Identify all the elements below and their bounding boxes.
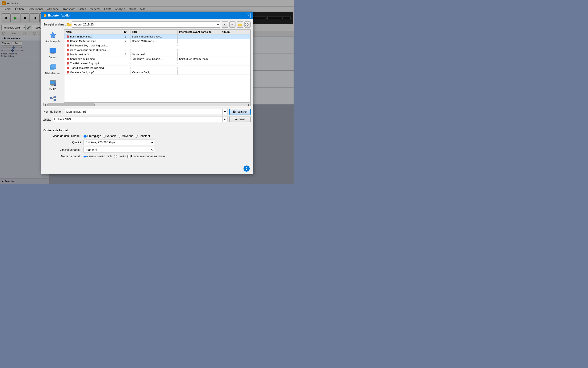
col-header-album: Album: [220, 30, 250, 34]
save-button[interactable]: Enregistrer: [229, 109, 251, 115]
file-name-text: Fair Haired Boy - Morning Lark ...: [70, 44, 109, 47]
browser-sidebar: Accès rapide Bureau: [43, 29, 62, 102]
file-artists-cell: [178, 72, 220, 73]
file-album-cell: [220, 40, 250, 42]
file-list-row-6[interactable]: The Fair Haired Boy.mp3: [64, 61, 250, 66]
radio-preglage-input[interactable]: [84, 135, 87, 138]
type-select-area: ▼: [53, 116, 228, 122]
bitrate-label: Mode de débit binaire :: [43, 134, 81, 138]
reseau-icon: [49, 94, 57, 103]
file-num-cell: 2: [121, 39, 131, 43]
scroll-right-btn[interactable]: ▶: [247, 103, 250, 106]
speed-row: Vitesse variable : Standard: [43, 147, 251, 153]
checkbox-mono-input[interactable]: [127, 155, 131, 158]
ce-pc-label: Ce PC: [49, 88, 57, 91]
dialog-overlay: A Exporter l'audio ✕ Enregistrer dans : …: [0, 0, 294, 184]
radio-moyenne-label: Moyenne: [122, 134, 133, 138]
file-icon-dot: [67, 58, 69, 60]
radio-stereo-joints[interactable]: canaux stéréo joints: [84, 155, 113, 158]
file-name-text: The Fair Haired Boy.mp3: [70, 62, 99, 65]
file-list-row-2[interactable]: Fair Haired Boy - Morning Lark ...: [64, 43, 250, 48]
quick-access-icon: [49, 30, 57, 39]
radio-variable[interactable]: Variable: [103, 134, 117, 138]
radio-moyenne[interactable]: Moyenne: [118, 134, 133, 138]
speed-label: Vitesse variable :: [43, 148, 81, 152]
radio-moyenne-input[interactable]: [118, 135, 121, 138]
cancel-button[interactable]: Annuler: [229, 116, 251, 122]
type-dropdown-btn[interactable]: ▼: [222, 116, 228, 122]
bibliotheques-icon: [49, 63, 57, 71]
dialog-body: Enregistrer dans : Approf 2019-20: [41, 19, 253, 162]
file-list[interactable]: Nom N° Titre Interprètes ayant participé…: [64, 29, 251, 102]
file-list-row-7[interactable]: Transitions entre les jigs.mp3: [64, 66, 250, 70]
channel-controls: canaux stéréo joints Stéréo Forcer à exp…: [84, 155, 251, 158]
file-name-cell: Transitions entre les jigs.mp3: [64, 66, 121, 70]
svg-point-35: [52, 98, 53, 99]
file-name-cell: Sandrine's Suite.mp3: [64, 57, 121, 61]
folder-path-select[interactable]: Approf 2019-20: [72, 21, 220, 28]
file-num-cell: [121, 63, 131, 64]
radio-constant-input[interactable]: [135, 135, 138, 138]
file-list-row-1[interactable]: Charlie McKerron.mp3 2 Charlie McKerron …: [64, 39, 250, 43]
radio-preglage[interactable]: Préréglage: [84, 134, 101, 138]
sidebar-item-bureau[interactable]: Bureau: [44, 46, 62, 60]
file-list-row-8[interactable]: Variations 3e jig.mp3 4 Variations 3e ji…: [64, 70, 250, 75]
radio-stereo[interactable]: Stéréo: [114, 155, 126, 158]
file-album-cell: [220, 45, 250, 46]
file-list-row-4[interactable]: Maple Leaf.mp3 3 Maple Leaf: [64, 52, 250, 57]
new-folder-icon: +: [238, 23, 242, 26]
bureau-label: Bureau: [49, 56, 57, 59]
file-num-cell: [121, 58, 131, 60]
svg-rect-31: [54, 96, 56, 98]
horizontal-scrollbar[interactable]: ◀ ▶: [43, 103, 251, 106]
quality-controls: Extrême, 220-260 kbps: [84, 139, 251, 145]
sidebar-item-bibliotheques[interactable]: Bibliothèques: [44, 62, 62, 76]
file-name-text: Variations 3e jig.mp3: [70, 71, 94, 74]
sidebar-item-quick-access[interactable]: Accès rapide: [44, 29, 62, 44]
filename-dropdown-btn[interactable]: ▼: [222, 109, 228, 115]
col-header-artists: Interprètes ayant participé: [178, 30, 220, 34]
filename-input[interactable]: [65, 109, 222, 115]
file-list-row-5[interactable]: Sandrine's Suite.mp3 Sandrine's Suite: C…: [64, 57, 250, 61]
radio-constant[interactable]: Constant: [135, 134, 150, 138]
svg-rect-21: [51, 64, 56, 69]
speed-controls: Standard: [84, 147, 251, 153]
nav-new-folder-button[interactable]: +: [237, 21, 243, 28]
dialog-close-button[interactable]: ✕: [246, 13, 251, 18]
file-album-cell: [220, 67, 250, 69]
view-icon: [245, 23, 248, 26]
file-icon-dot: [67, 53, 69, 56]
radio-variable-input[interactable]: [103, 135, 106, 138]
dialog-title: A Exporter l'audio: [43, 14, 70, 17]
radio-constant-label: Constant: [139, 134, 150, 138]
file-num-cell: [121, 49, 131, 51]
radio-stereo-joints-input[interactable]: [84, 155, 87, 158]
file-artists-cell: [178, 67, 220, 69]
help-button[interactable]: ?: [244, 166, 250, 172]
radio-stereo-input[interactable]: [114, 155, 117, 158]
dialog-footer: ?: [41, 162, 253, 174]
scroll-left-btn[interactable]: ◀: [44, 103, 47, 106]
file-list-row-0[interactable]: Bush in Bloom.mp3 1 Bush in Bloom avec a…: [64, 34, 250, 39]
quality-row: Qualité Extrême, 220-260 kbps: [43, 139, 251, 145]
type-input[interactable]: [53, 116, 222, 122]
nav-up-button[interactable]: [229, 21, 236, 28]
file-num-cell: 4: [121, 70, 131, 74]
checkbox-mono[interactable]: Forcer à exporter en mono: [127, 155, 165, 158]
quality-select[interactable]: Extrême, 220-260 kbps: [84, 139, 154, 145]
file-title-cell: Charlie McKerron 2: [131, 39, 178, 43]
file-list-row-3[interactable]: idées variations sur la O'Briens ...: [64, 48, 250, 52]
speed-select[interactable]: Standard: [84, 147, 154, 153]
file-name-text: Sandrine's Suite.mp3: [70, 57, 95, 60]
filename-input-area: ▼: [65, 109, 228, 115]
scroll-thumb[interactable]: [47, 103, 95, 106]
format-section: Options de format Mode de débit binaire …: [43, 126, 251, 158]
nav-view-button[interactable]: ▼: [245, 21, 251, 28]
sidebar-item-ce-pc[interactable]: Ce PC: [44, 78, 62, 92]
svg-rect-18: [51, 53, 55, 54]
nav-back-button[interactable]: [222, 21, 228, 28]
format-section-title: Options de format: [43, 129, 251, 132]
save-in-label: Enregistrer dans :: [43, 23, 66, 26]
svg-rect-11: [245, 23, 246, 24]
folder-icon: [67, 23, 72, 26]
